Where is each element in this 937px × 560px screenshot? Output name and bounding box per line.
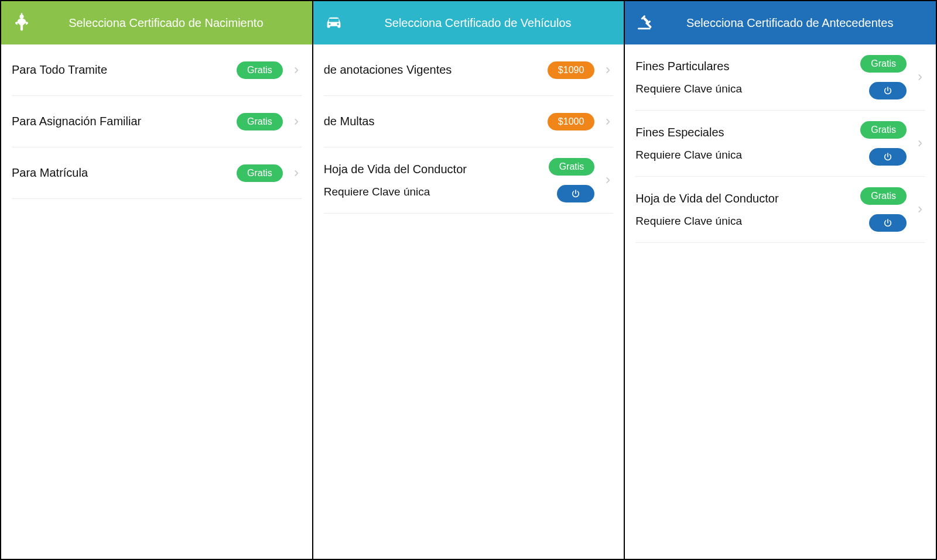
clave-unica-badge (557, 185, 594, 202)
list: Para Todo Tramite Gratis Para Asignación… (1, 44, 312, 199)
list-item[interactable]: Fines Particulares Requiere Clave única … (635, 44, 925, 111)
power-icon (571, 189, 580, 198)
chevron-right-icon (915, 204, 925, 215)
power-icon (883, 218, 892, 228)
item-title: Fines Especiales (635, 126, 852, 139)
panel-antecedentes: Selecciona Certificado de Antecedentes F… (625, 0, 937, 560)
price-badge: Gratis (237, 164, 283, 182)
list-item[interactable]: Hoja de Vida del Conductor Requiere Clav… (635, 177, 925, 243)
list-item[interactable]: Para Todo Tramite Gratis (12, 44, 302, 96)
list-item[interactable]: de Multas $1000 (324, 96, 614, 147)
item-title: Hoja de Vida del Conductor (324, 163, 541, 176)
list-item[interactable]: Hoja de Vida del Conductor Requiere Clav… (324, 147, 614, 214)
item-title: de anotaciones Vigentes (324, 63, 539, 77)
chevron-right-icon (291, 116, 302, 128)
baby-icon (12, 13, 32, 33)
chevron-right-icon (915, 71, 925, 83)
panel-title: Selecciona Certificado de Vehículos (354, 16, 614, 30)
chevron-right-icon (603, 64, 613, 76)
item-title: Fines Particulares (635, 60, 852, 73)
item-subtitle: Requiere Clave única (635, 83, 852, 95)
price-badge: Gratis (860, 55, 907, 73)
panel-nacimiento: Selecciona Certificado de Nacimiento Par… (0, 0, 313, 560)
chevron-right-icon (603, 116, 613, 128)
power-icon (883, 86, 892, 95)
price-badge: Gratis (549, 158, 595, 176)
item-title: Para Asignación Familiar (12, 115, 228, 128)
list: Fines Particulares Requiere Clave única … (625, 44, 936, 243)
item-title: Para Matrícula (12, 166, 228, 180)
item-subtitle: Requiere Clave única (324, 185, 541, 198)
chevron-right-icon (915, 138, 925, 149)
panel-vehiculos: Selecciona Certificado de Vehículos de a… (313, 0, 625, 560)
item-subtitle: Requiere Clave única (635, 149, 852, 162)
power-icon (883, 152, 892, 162)
clave-unica-badge (869, 214, 907, 232)
car-icon (324, 13, 344, 33)
gavel-icon (635, 13, 655, 33)
price-badge: Gratis (860, 187, 907, 205)
price-badge: $1000 (548, 113, 595, 130)
panel-title: Selecciona Certificado de Nacimiento (42, 16, 302, 30)
list-item[interactable]: Para Matrícula Gratis (12, 147, 302, 199)
price-badge: Gratis (860, 121, 907, 139)
item-title: de Multas (324, 115, 539, 128)
list: de anotaciones Vigentes $1090 de Multas … (313, 44, 624, 214)
panel-header: Selecciona Certificado de Vehículos (313, 1, 624, 44)
item-title: Para Todo Tramite (12, 63, 228, 77)
clave-unica-badge (869, 82, 907, 99)
price-badge: Gratis (237, 61, 283, 79)
price-badge: $1090 (548, 61, 595, 79)
item-title: Hoja de Vida del Conductor (635, 192, 852, 205)
item-subtitle: Requiere Clave única (635, 215, 852, 228)
chevron-right-icon (603, 174, 613, 186)
panel-header: Selecciona Certificado de Nacimiento (1, 1, 312, 44)
price-badge: Gratis (237, 113, 283, 130)
list-item[interactable]: Fines Especiales Requiere Clave única Gr… (635, 111, 925, 177)
list-item[interactable]: de anotaciones Vigentes $1090 (324, 44, 614, 96)
panel-title: Selecciona Certificado de Antecedentes (666, 16, 925, 30)
list-item[interactable]: Para Asignación Familiar Gratis (12, 96, 302, 147)
chevron-right-icon (291, 167, 302, 179)
chevron-right-icon (291, 64, 302, 76)
clave-unica-badge (869, 148, 907, 166)
panel-header: Selecciona Certificado de Antecedentes (625, 1, 936, 44)
